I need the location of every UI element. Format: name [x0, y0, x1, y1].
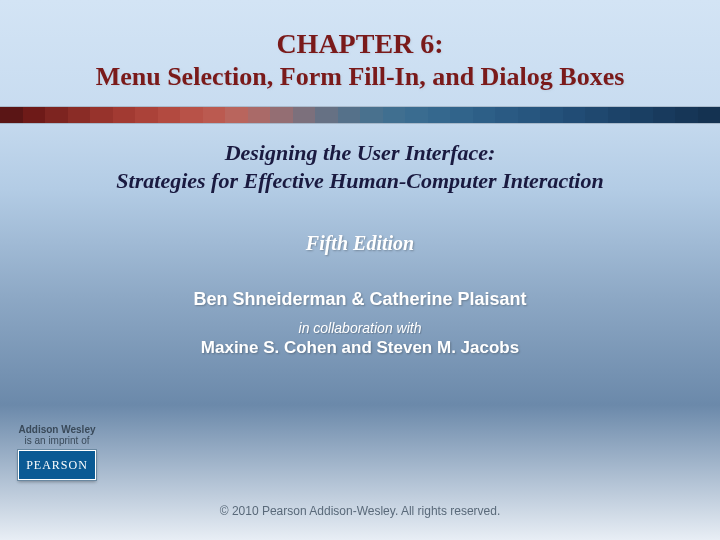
stripe-segment — [450, 107, 473, 123]
stripe-segment — [315, 107, 338, 123]
stripe-segment — [630, 107, 653, 123]
book-title: Designing the User Interface: — [0, 140, 720, 166]
stripe-segment — [135, 107, 158, 123]
stripe-segment — [540, 107, 563, 123]
stripe-segment — [90, 107, 113, 123]
stripe-segment — [0, 107, 23, 123]
stripe-segment — [270, 107, 293, 123]
stripe-segment — [180, 107, 203, 123]
stripe-segment — [293, 107, 316, 123]
primary-authors: Ben Shneiderman & Catherine Plaisant — [0, 289, 720, 310]
stripe-segment — [675, 107, 698, 123]
copyright-notice: © 2010 Pearson Addison-Wesley. All right… — [0, 504, 720, 518]
stripe-segment — [45, 107, 68, 123]
stripe-segment — [608, 107, 631, 123]
stripe-segment — [518, 107, 541, 123]
stripe-segment — [360, 107, 383, 123]
chapter-title: Menu Selection, Form Fill-In, and Dialog… — [0, 62, 720, 92]
stripe-segment — [698, 107, 721, 123]
stripe-segment — [495, 107, 518, 123]
chapter-number: CHAPTER 6: — [0, 0, 720, 60]
stripe-segment — [383, 107, 406, 123]
collaboration-label: in collaboration with — [0, 320, 720, 336]
imprint-name: Addison Wesley — [18, 424, 96, 435]
imprint-subline: is an imprint of — [18, 435, 96, 446]
stripe-segment — [563, 107, 586, 123]
stripe-segment — [248, 107, 271, 123]
stripe-segment — [23, 107, 46, 123]
stripe-segment — [405, 107, 428, 123]
stripe-segment — [653, 107, 676, 123]
stripe-segment — [203, 107, 226, 123]
stripe-segment — [225, 107, 248, 123]
decorative-stripe — [0, 106, 720, 124]
stripe-segment — [338, 107, 361, 123]
pearson-logo: PEARSON — [18, 450, 96, 480]
stripe-segment — [473, 107, 496, 123]
secondary-authors: Maxine S. Cohen and Steven M. Jacobs — [0, 338, 720, 358]
stripe-segment — [158, 107, 181, 123]
stripe-segment — [68, 107, 91, 123]
stripe-segment — [113, 107, 136, 123]
imprint-block: Addison Wesley is an imprint of PEARSON — [18, 424, 96, 480]
book-subtitle: Strategies for Effective Human-Computer … — [0, 168, 720, 194]
edition-label: Fifth Edition — [0, 232, 720, 255]
stripe-segment — [585, 107, 608, 123]
stripe-segment — [428, 107, 451, 123]
